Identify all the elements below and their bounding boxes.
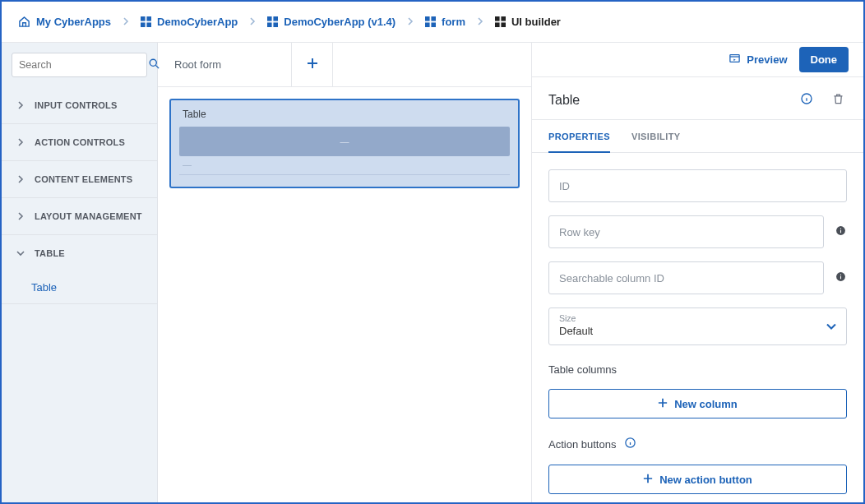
search-field[interactable] [19, 59, 148, 71]
breadcrumb-item-ui-builder: UI builder [495, 16, 561, 28]
breadcrumb-item-form[interactable]: form [425, 16, 465, 28]
done-button[interactable]: Done [799, 47, 849, 72]
search-input[interactable] [12, 53, 147, 77]
sidebar-category-label: ACTION CONTROLS [35, 137, 125, 147]
tab-label: PROPERTIES [548, 132, 610, 141]
svg-rect-9 [432, 16, 437, 21]
svg-rect-11 [432, 22, 437, 27]
info-icon [835, 271, 846, 284]
trash-icon [832, 92, 844, 108]
sidebar-category-label: CONTENT ELEMENTS [35, 174, 132, 184]
svg-rect-5 [274, 16, 279, 21]
searchable-column-info[interactable] [834, 271, 847, 284]
chevron-right-icon [123, 16, 129, 28]
add-tab-button[interactable] [292, 43, 333, 86]
new-column-button[interactable]: New column [548, 389, 847, 418]
sidebar-category-input-controls[interactable]: INPUT CONTROLS [2, 87, 157, 123]
breadcrumb-label: DemoCyberApp (v1.4) [284, 16, 395, 28]
plus-icon [307, 58, 318, 72]
id-field[interactable] [548, 169, 847, 202]
searchable-column-field[interactable] [548, 261, 824, 294]
widget-table-header-placeholder [179, 127, 510, 156]
tab-label: Root form [174, 58, 221, 71]
chevron-right-icon [16, 101, 25, 109]
panel-title: Table [548, 93, 798, 108]
chevron-right-icon [477, 16, 483, 28]
properties-panel: Preview Done Table [531, 43, 863, 502]
sidebar-category-action-controls[interactable]: ACTION CONTROLS [2, 124, 157, 160]
canvas-area: Root form Table — [158, 43, 531, 502]
svg-rect-15 [501, 22, 506, 27]
svg-rect-13 [501, 16, 506, 21]
info-icon [800, 92, 813, 108]
sidebar-item-table[interactable]: Table [2, 271, 157, 303]
id-input[interactable] [559, 180, 836, 192]
svg-rect-12 [495, 16, 500, 21]
sidebar-category-layout-management[interactable]: LAYOUT MANAGEMENT [2, 198, 157, 234]
tab-visibility[interactable]: VISIBILITY [631, 120, 681, 152]
svg-rect-0 [141, 16, 146, 21]
sidebar-item-label: Table [31, 281, 57, 294]
action-buttons-label: Action buttons [548, 437, 847, 451]
canvas-widget-table[interactable]: Table — [169, 99, 520, 188]
info-icon [624, 437, 636, 451]
widget-title: Table [179, 109, 510, 120]
breadcrumb-item-democyberapp[interactable]: DemoCyberApp [141, 16, 238, 28]
size-select[interactable]: Size Default [548, 307, 847, 345]
divider [179, 174, 510, 175]
svg-rect-6 [267, 22, 272, 27]
sidebar-category-label: LAYOUT MANAGEMENT [35, 211, 142, 221]
chevron-right-icon [16, 212, 25, 220]
chevron-right-icon [16, 175, 25, 183]
sidebar: INPUT CONTROLS ACTION CONTROLS CONTENT E… [2, 43, 158, 502]
action-buttons-info[interactable] [624, 437, 636, 451]
chevron-right-icon [16, 138, 25, 146]
breadcrumb-item-democyberapp-version[interactable]: DemoCyberApp (v1.4) [267, 16, 395, 28]
grid-icon [495, 16, 506, 27]
preview-button[interactable]: Preview [729, 53, 787, 67]
widget-table-row-placeholder: — [179, 156, 510, 169]
searchable-column-input[interactable] [559, 272, 813, 284]
row-key-field[interactable] [548, 215, 824, 248]
row-key-info[interactable] [834, 225, 847, 238]
chevron-down-icon [16, 249, 25, 257]
info-button[interactable] [798, 92, 816, 108]
sidebar-category-table[interactable]: TABLE [2, 235, 157, 271]
sidebar-category-label: INPUT CONTROLS [35, 100, 118, 110]
svg-rect-1 [146, 16, 151, 21]
tab-properties[interactable]: PROPERTIES [548, 120, 610, 153]
search-icon [148, 58, 160, 72]
breadcrumb-label: DemoCyberApp [157, 16, 238, 28]
breadcrumb: My CyberApps DemoCyberApp DemoCyberApp (… [2, 2, 863, 43]
chevron-right-icon [407, 16, 414, 28]
size-label: Size [559, 313, 836, 323]
svg-point-16 [150, 59, 156, 66]
svg-rect-2 [141, 22, 146, 27]
breadcrumb-label: form [442, 16, 465, 28]
plus-icon [643, 474, 653, 486]
preview-icon [729, 53, 741, 67]
chevron-down-icon [826, 321, 836, 333]
chevron-right-icon [249, 16, 256, 28]
size-value: Default [559, 323, 836, 337]
delete-button[interactable] [829, 92, 847, 108]
breadcrumb-label: My CyberApps [36, 16, 111, 28]
svg-rect-14 [495, 22, 500, 27]
table-columns-label: Table columns [548, 363, 847, 376]
grid-icon [267, 16, 278, 27]
new-action-button[interactable]: New action button [548, 465, 847, 494]
preview-label: Preview [747, 53, 787, 66]
svg-rect-3 [146, 22, 151, 27]
svg-rect-17 [730, 54, 739, 62]
done-label: Done [811, 53, 838, 66]
sidebar-category-label: TABLE [35, 248, 65, 258]
sidebar-category-content-elements[interactable]: CONTENT ELEMENTS [2, 161, 157, 197]
row-key-input[interactable] [559, 226, 813, 238]
tab-root-form[interactable]: Root form [158, 43, 292, 86]
button-label: New action button [659, 474, 752, 486]
info-icon [835, 225, 846, 238]
grid-icon [141, 16, 151, 27]
svg-rect-7 [274, 22, 279, 27]
grid-icon [425, 16, 436, 27]
breadcrumb-item-my-cyberapps[interactable]: My CyberApps [18, 16, 111, 28]
